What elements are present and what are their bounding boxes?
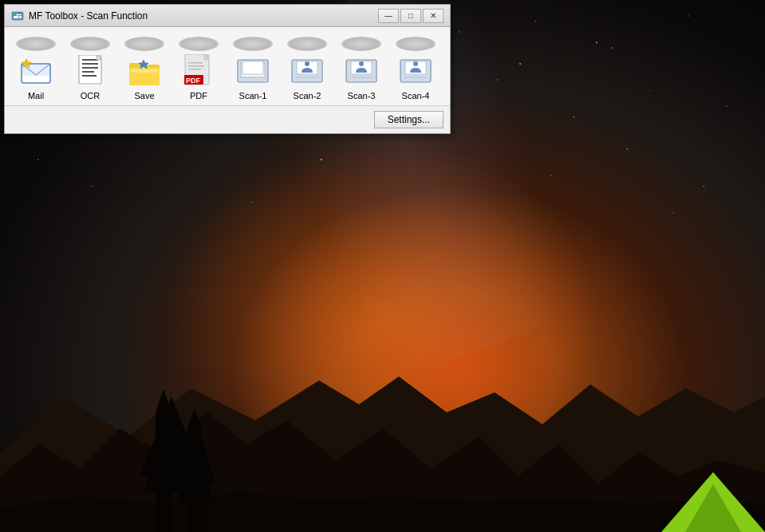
scan2-indicator — [287, 37, 327, 51]
toolbar-item-scan4[interactable]: Scan-4 — [389, 33, 442, 102]
svg-rect-23 — [82, 67, 98, 69]
scan4-label: Scan-4 — [402, 91, 430, 100]
ocr-indicator — [70, 37, 110, 51]
scan2-icon — [290, 54, 325, 89]
toolbar-item-scan1[interactable]: Scan-1 — [227, 33, 279, 102]
svg-rect-13 — [14, 14, 17, 16]
close-button[interactable]: ✕ — [423, 9, 444, 23]
svg-rect-15 — [18, 15, 22, 16]
ocr-label: OCR — [81, 91, 100, 100]
toolbar-item-ocr[interactable]: OCR — [64, 33, 116, 102]
scan3-label: Scan-3 — [348, 91, 376, 100]
mail-indicator — [16, 37, 56, 51]
mountain-silhouette — [0, 349, 765, 532]
toolbar-item-scan3[interactable]: Scan-3 — [335, 33, 388, 102]
toolbar-item-mail[interactable]: Mail — [10, 33, 62, 102]
svg-rect-37 — [188, 65, 204, 67]
svg-rect-25 — [82, 75, 97, 77]
scan1-icon — [235, 54, 270, 89]
toolbar-item-scan2[interactable]: Scan-2 — [281, 33, 333, 102]
save-indicator — [124, 37, 164, 51]
scan3-indicator — [341, 37, 381, 51]
tent — [661, 468, 765, 532]
svg-rect-53 — [349, 77, 373, 78]
svg-rect-31 — [131, 69, 158, 73]
pdf-icon: PDF — [181, 54, 216, 89]
svg-rect-49 — [295, 77, 319, 78]
mail-label: Mail — [28, 91, 44, 100]
save-label: Save — [134, 91, 154, 100]
scan3-icon — [344, 54, 379, 89]
bottom-bar: Settings... — [5, 105, 450, 133]
svg-rect-36 — [188, 62, 203, 64]
app-window: MF Toolbox - Scan Function — □ ✕ Mail — [4, 4, 451, 134]
svg-rect-45 — [243, 61, 263, 74]
svg-rect-57 — [404, 77, 428, 78]
svg-rect-21 — [82, 59, 98, 61]
window-title: MF Toolbox - Scan Function — [29, 10, 373, 22]
pdf-label: PDF — [190, 91, 207, 100]
scan1-indicator — [233, 37, 273, 51]
svg-rect-24 — [82, 71, 94, 73]
svg-rect-22 — [82, 63, 98, 65]
title-bar[interactable]: MF Toolbox - Scan Function — □ ✕ — [5, 5, 450, 27]
ocr-icon — [73, 54, 108, 89]
toolbar: Mail OCR — [5, 27, 450, 105]
minimize-button[interactable]: — — [378, 9, 399, 23]
toolbar-item-save[interactable]: Save — [118, 33, 171, 102]
pdf-indicator — [179, 37, 219, 51]
svg-rect-14 — [18, 14, 22, 14]
svg-rect-16 — [18, 17, 20, 18]
app-icon — [11, 10, 24, 22]
scan1-label: Scan-1 — [239, 91, 267, 100]
svg-rect-38 — [188, 69, 201, 70]
settings-button[interactable]: Settings... — [374, 111, 444, 128]
window-controls: — □ ✕ — [378, 9, 444, 23]
scan4-indicator — [396, 37, 436, 51]
toolbar-item-pdf[interactable]: PDF PDF — [172, 33, 225, 102]
scan4-icon — [398, 54, 433, 89]
svg-point-52 — [359, 61, 364, 66]
svg-point-56 — [413, 61, 418, 66]
scan2-label: Scan-2 — [294, 91, 321, 100]
mail-icon — [18, 54, 53, 89]
svg-rect-18 — [22, 65, 49, 76]
folder-icon — [127, 54, 162, 89]
svg-point-48 — [305, 61, 310, 66]
svg-text:PDF: PDF — [186, 77, 201, 85]
maximize-button[interactable]: □ — [400, 9, 421, 23]
